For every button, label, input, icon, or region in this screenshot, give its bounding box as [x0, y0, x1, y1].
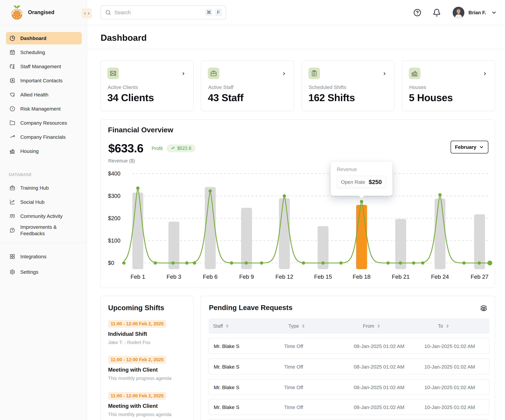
chart-dot	[421, 261, 424, 265]
pending-leave-title: Pending Leave Requests	[209, 303, 292, 312]
eye-icon	[480, 304, 487, 312]
shift-time-badge: 11:00 - 12:00 Feb 2, 2025	[108, 356, 166, 364]
tooltip-value-box: Open Rate $250	[337, 176, 386, 188]
sort-icon	[301, 324, 306, 328]
leave-table-header: StaffTypeFromTo	[208, 318, 489, 334]
leave-row[interactable]: Mr. Blake STime Off08-Jan-2025 01:02 AM1…	[208, 358, 489, 374]
chart-peak-dot	[438, 193, 442, 196]
sort-icon	[376, 324, 381, 328]
x-axis-label: Feb 18	[353, 274, 370, 280]
chart-peak-dot	[360, 200, 363, 203]
shift-item[interactable]: 11:00 - 12:00 Feb 2, 2025Meeting with Cl…	[108, 392, 188, 417]
shift-time-badge: 11:00 - 12:00 Feb 2, 2025	[108, 320, 166, 328]
chart-end-dot	[487, 261, 492, 265]
chart-dot	[154, 261, 157, 265]
chart-bar[interactable]	[205, 187, 216, 269]
x-axis-label: Feb 9	[239, 274, 254, 280]
leave-row[interactable]: Mr. Blake STime Off08-Jan-2025 01:02 AM1…	[208, 379, 489, 395]
shift-title: Meeting with Client	[108, 367, 188, 373]
chart-dot	[302, 261, 305, 265]
leave-col-label: Staff	[213, 323, 223, 329]
leave-cell: Mr. Blake S	[214, 338, 239, 354]
chart-tooltip: Revenue Open Rate $250	[331, 162, 392, 196]
chart-bar[interactable]	[474, 214, 485, 269]
y-axis-label: $400	[108, 171, 120, 177]
leave-cell: 10-Jan-2025 01:02 AM	[424, 399, 475, 415]
sort-icon	[445, 324, 450, 328]
leave-row[interactable]: Mr. Blake STime Off08-Jan-2025 01:02 AM1…	[208, 419, 489, 420]
y-axis-label: $100	[108, 238, 120, 244]
shift-item[interactable]: 11:00 - 12:00 Feb 2, 2025Meeting with Cl…	[108, 356, 188, 381]
chart-dot	[171, 261, 175, 265]
leave-col-label: To	[438, 323, 443, 329]
chart-dot	[339, 261, 343, 265]
leave-cell: Mr. Blake S	[214, 359, 239, 375]
y-axis-label: $300	[108, 193, 120, 199]
leave-cell: Time Off	[284, 359, 303, 375]
sidebar-collapse-button[interactable]	[82, 8, 92, 18]
chart-dot	[412, 261, 415, 265]
chart-dot	[462, 261, 466, 265]
eye-icon[interactable]	[480, 304, 487, 312]
chart-dot	[185, 261, 189, 265]
leave-cell: Time Off	[284, 379, 303, 395]
chart-dot	[386, 261, 390, 265]
chart-dot	[322, 261, 325, 265]
pending-leave-card: Pending Leave Requests StaffTypeFromTo M…	[201, 296, 495, 420]
x-axis-label: Feb 1	[131, 274, 145, 280]
chart-peak-dot	[136, 186, 139, 190]
shift-time-badge: 11:00 - 12:00 Feb 2, 2025	[108, 392, 166, 400]
leave-cell: 08-Jan-2025 01:02 AM	[354, 399, 404, 415]
leave-col-to[interactable]: To	[438, 318, 450, 334]
sort-icon	[225, 324, 229, 328]
shift-description: This monthly progress agenda	[108, 412, 188, 417]
leave-col-staff[interactable]: Staff	[213, 318, 229, 334]
leave-cell: 10-Jan-2025 01:02 AM	[424, 359, 475, 375]
chart-dot	[260, 261, 263, 265]
leave-col-label: Type	[288, 323, 299, 329]
chart-dot	[193, 261, 196, 265]
leave-col-type[interactable]: Type	[288, 318, 306, 334]
leave-cell: 10-Jan-2025 01:02 AM	[424, 379, 475, 395]
leave-col-from[interactable]: From	[363, 318, 381, 334]
shift-item[interactable]: 11:00 - 12:00 Feb 2, 2025Individual Shif…	[108, 320, 188, 345]
x-axis-label: Feb 27	[471, 274, 488, 280]
leave-cell: Time Off	[284, 338, 303, 354]
x-axis-label: Feb 12	[275, 274, 293, 280]
leave-cell: Time Off	[284, 399, 303, 415]
chart-bar[interactable]	[133, 192, 143, 269]
y-axis-label: $0	[108, 260, 114, 266]
chart-bar[interactable]	[279, 198, 290, 269]
y-axis-label: $200	[108, 215, 120, 221]
shift-title: Meeting with Client	[108, 403, 188, 409]
chart-bar[interactable]	[356, 205, 367, 269]
chart-dot	[478, 261, 481, 265]
leave-cell: Mr. Blake S	[214, 379, 239, 395]
leave-row[interactable]: Mr. Blake STime Off08-Jan-2025 01:02 AM1…	[208, 338, 489, 354]
upcoming-shifts-title: Upcoming Shifts	[108, 304, 164, 312]
upcoming-shifts-card: Upcoming Shifts 11:00 - 12:00 Feb 2, 202…	[100, 296, 193, 420]
leave-row[interactable]: Mr. Blake STime Off08-Jan-2025 01:02 AM1…	[208, 399, 489, 415]
shift-description: This monthly progress agenda	[108, 376, 188, 381]
leave-cell: 08-Jan-2025 01:02 AM	[354, 359, 404, 375]
shift-title: Individual Shift	[108, 331, 188, 337]
leave-cell: 08-Jan-2025 01:02 AM	[354, 338, 404, 354]
leave-col-label: From	[363, 323, 374, 329]
chart-bar[interactable]	[241, 208, 252, 269]
chevron-right-icon	[87, 12, 90, 15]
chart-peak-dot	[208, 190, 212, 193]
chevron-left-icon	[83, 12, 87, 15]
chart-dot	[399, 261, 402, 265]
chart-peak-dot	[283, 194, 286, 198]
x-axis-label: Feb 6	[203, 274, 218, 280]
leave-cell: 10-Jan-2025 01:02 AM	[424, 338, 475, 354]
x-axis-label: Feb 15	[314, 274, 332, 280]
chart-dot	[122, 261, 126, 265]
leave-cell: 08-Jan-2025 01:02 AM	[354, 379, 404, 395]
tooltip-series-label: Open Rate	[341, 179, 365, 185]
leave-cell: Mr. Blake S	[214, 399, 239, 415]
tooltip-value: $250	[369, 179, 382, 185]
chart-bar[interactable]	[435, 199, 445, 269]
x-axis-label: Feb 3	[166, 274, 181, 280]
chart-dot	[230, 261, 233, 265]
